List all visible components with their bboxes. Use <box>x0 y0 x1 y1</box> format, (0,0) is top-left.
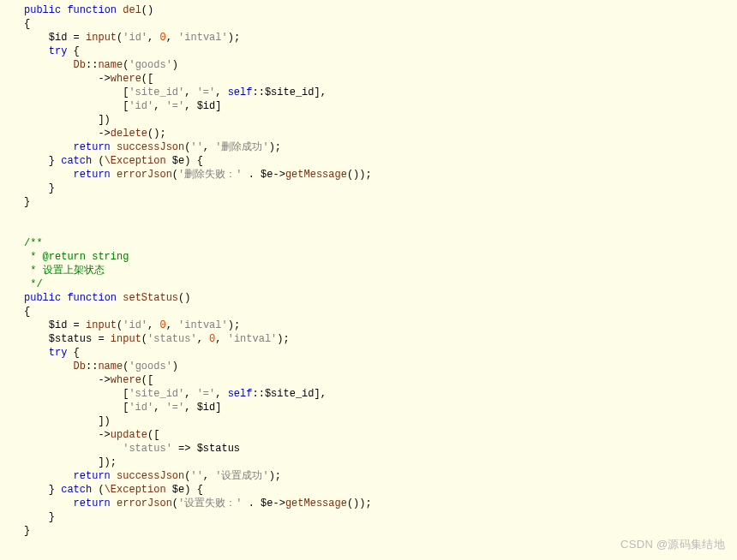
kw-try: try <box>49 45 68 57</box>
fn-input: input <box>86 319 117 331</box>
eq: = <box>67 32 86 44</box>
str: '=' <box>197 388 216 400</box>
comma: , <box>166 319 178 331</box>
str: 'goods' <box>129 59 171 71</box>
kw-return: return <box>74 169 111 181</box>
str: '=' <box>197 86 216 98</box>
fn-where: where <box>111 374 141 386</box>
brace: { <box>67 347 79 359</box>
str: '删除成功' <box>215 141 268 153</box>
str: '设置失败：' <box>178 497 242 509</box>
var-status: $status <box>49 333 92 345</box>
var-id: $id <box>49 32 68 44</box>
brace-close: } <box>24 196 30 208</box>
fn-successjson: successJson <box>117 141 184 153</box>
str: '设置成功' <box>215 470 268 482</box>
doc-open: /** <box>24 237 43 249</box>
brace: { <box>67 45 79 57</box>
colon: :: <box>252 388 264 400</box>
fn-errorjson: errorJson <box>117 169 172 181</box>
kw-public: public <box>24 292 61 304</box>
str: '' <box>190 470 202 482</box>
close: ) { <box>184 484 203 496</box>
comma: , <box>184 86 196 98</box>
comma: , <box>203 470 215 482</box>
fat-arrow: => <box>172 443 197 455</box>
str: 'status' <box>147 333 197 345</box>
brace-open: { <box>24 18 30 30</box>
str: 'id' <box>129 402 153 414</box>
var-siteid: $site_id <box>265 388 315 400</box>
fn-input: input <box>86 32 117 44</box>
comma: , <box>197 333 209 345</box>
comma: , <box>166 32 178 44</box>
cls-db: Db <box>74 360 86 372</box>
doc-desc: * 设置上架状态 <box>24 265 105 277</box>
kw-self: self <box>228 388 253 400</box>
kw-catch: catch <box>55 484 98 496</box>
close: ]); <box>98 456 117 468</box>
comma: , <box>203 141 215 153</box>
close: ) { <box>184 155 203 167</box>
eq: = <box>92 333 111 345</box>
kw-function: function <box>67 292 117 304</box>
var-e: $e <box>172 484 184 496</box>
close: ], <box>314 86 326 98</box>
str: 'site_id' <box>129 86 184 98</box>
var-e: $e <box>261 169 273 181</box>
close: ()); <box>347 497 372 509</box>
fn-successjson: successJson <box>117 470 184 482</box>
paren: () <box>141 4 153 16</box>
str: 'intval' <box>178 319 228 331</box>
open: ([ <box>141 374 153 386</box>
var-siteid: $site_id <box>265 86 315 98</box>
fn-del: del <box>123 4 141 16</box>
fn-getmessage: getMessage <box>285 497 347 509</box>
kw-function: function <box>67 4 117 16</box>
fn-errorjson: errorJson <box>117 497 172 509</box>
brace-close: } <box>49 155 55 167</box>
watermark: CSDN @源码集结地 <box>620 538 725 551</box>
brace-close: } <box>24 525 30 537</box>
comma: , <box>215 86 227 98</box>
open: ( <box>98 155 104 167</box>
comma: , <box>215 333 227 345</box>
fn-setstatus: setStatus <box>123 292 178 304</box>
str: 'intval' <box>178 32 228 44</box>
open: ( <box>172 497 178 509</box>
comma: , <box>215 388 227 400</box>
str: 'intval' <box>228 333 278 345</box>
close: (); <box>147 128 166 140</box>
code-block: public function del() { $id = input('id'… <box>24 3 737 538</box>
brace-close: } <box>49 182 55 194</box>
kw-try: try <box>49 347 68 359</box>
doc-return: * @return string <box>24 251 129 263</box>
comma: , <box>153 402 165 414</box>
close: ] <box>215 100 221 112</box>
cls-exception: \Exception <box>105 155 166 167</box>
arrow: -> <box>98 429 110 441</box>
fn-update: update <box>111 429 147 441</box>
kw-self: self <box>228 86 253 98</box>
close: ]) <box>98 415 110 427</box>
fn-input: input <box>111 333 141 345</box>
sp <box>166 484 172 496</box>
colon: :: <box>86 59 98 71</box>
str: '' <box>190 141 202 153</box>
close: ) <box>172 59 178 71</box>
open: ([ <box>141 73 153 85</box>
arrow: -> <box>98 374 110 386</box>
open: ( <box>98 484 104 496</box>
kw-return: return <box>74 470 111 482</box>
arrow: -> <box>98 73 110 85</box>
str: 'id' <box>129 100 153 112</box>
paren: () <box>178 292 190 304</box>
cls-db: Db <box>74 59 86 71</box>
str: 'id' <box>123 319 147 331</box>
str: '删除失败：' <box>178 169 242 181</box>
str: '=' <box>166 100 185 112</box>
comma: , <box>184 402 196 414</box>
comma: , <box>184 388 196 400</box>
sp <box>166 155 172 167</box>
comma: , <box>147 319 159 331</box>
